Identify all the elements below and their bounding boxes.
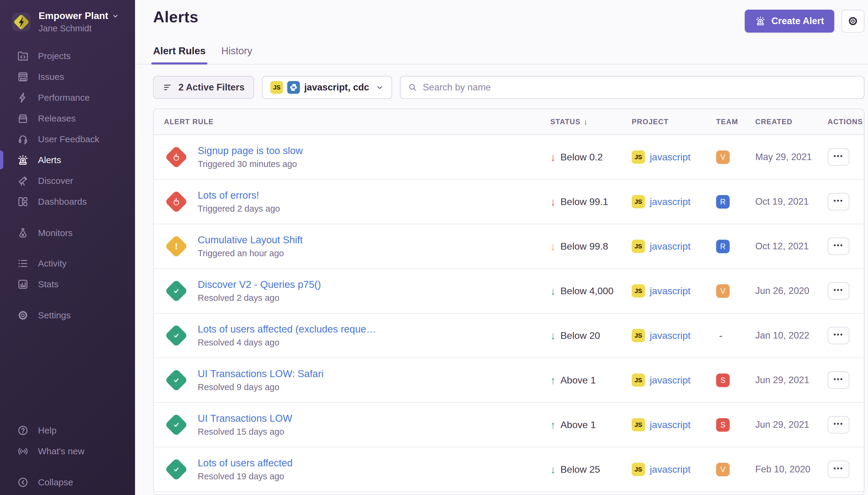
sidebar-item-projects[interactable]: Projects — [0, 46, 135, 66]
alert-rule-link[interactable]: Discover V2 - Queries p75() — [198, 279, 321, 290]
team-cell: V — [706, 150, 745, 164]
monitors-flask-icon — [17, 227, 29, 239]
sidebar-item-whats-new[interactable]: What's new — [0, 441, 135, 462]
project-link[interactable]: javascript — [650, 286, 691, 297]
sidebar-item-issues[interactable]: Issues — [0, 66, 135, 87]
alert-rule-row: UI Transactions LOWResolved 15 days ago↑… — [154, 403, 864, 447]
status-cell: ↑Above 1 — [540, 419, 622, 430]
resolved-status-icon — [165, 279, 188, 302]
row-actions-button[interactable]: ••• — [828, 327, 849, 344]
trend-up-icon: ↑ — [550, 375, 556, 386]
alert-rule-link[interactable]: Signup page is too slow — [198, 145, 303, 156]
row-actions-button[interactable]: ••• — [828, 461, 849, 478]
alert-rule-link[interactable]: Lots of errors! — [198, 190, 280, 201]
javascript-platform-icon: JS — [270, 81, 283, 94]
critical-status-icon — [165, 146, 188, 169]
sidebar-item-stats[interactable]: Stats — [0, 274, 135, 294]
status-cell: ↓Below 20 — [540, 330, 622, 341]
sidebar-item-releases[interactable]: Releases — [0, 108, 135, 129]
user-feedback-icon — [17, 133, 29, 145]
project-link[interactable]: javascript — [650, 152, 691, 163]
alert-rule-subtext: Resolved 9 days ago — [198, 382, 324, 392]
trend-down-icon: ↓ — [550, 464, 556, 475]
team-none: - — [716, 330, 723, 341]
status-cell: ↓Below 0.2 — [540, 152, 622, 163]
project-link[interactable]: javascript — [650, 419, 691, 430]
releases-icon — [17, 113, 29, 124]
javascript-platform-icon: JS — [632, 463, 645, 476]
sidebar-item-alerts[interactable]: Alerts — [0, 150, 135, 170]
flame-icon — [172, 153, 181, 161]
row-actions-button[interactable]: ••• — [828, 282, 849, 300]
team-avatar: V — [716, 463, 730, 476]
sidebar-item-monitors[interactable]: Monitors — [0, 222, 135, 243]
sidebar: Empower Plant Jane Schmidt Projects Issu… — [0, 0, 135, 495]
filter-icon — [163, 82, 173, 92]
critical-status-icon — [165, 190, 188, 213]
status-value: Below 20 — [560, 330, 601, 341]
project-link[interactable]: javascript — [650, 464, 691, 475]
sidebar-item-dashboards[interactable]: Dashboards — [0, 191, 135, 212]
chevron-down-icon — [112, 12, 119, 20]
column-header-status[interactable]: Status↓ — [540, 117, 622, 126]
status-value: Below 99.8 — [560, 241, 608, 252]
javascript-platform-icon: JS — [632, 329, 645, 342]
project-link[interactable]: javascript — [650, 241, 691, 252]
ellipsis-icon: ••• — [833, 331, 843, 339]
sidebar-item-discover[interactable]: Discover — [0, 170, 135, 191]
trend-down-icon: ↓ — [550, 241, 556, 252]
row-actions-button[interactable]: ••• — [828, 416, 849, 433]
row-actions-button[interactable]: ••• — [828, 371, 849, 389]
sidebar-item-help[interactable]: Help — [0, 420, 135, 441]
create-alert-button[interactable]: Create Alert — [745, 10, 834, 33]
chevron-down-icon — [376, 84, 384, 91]
tab-history[interactable]: History — [221, 45, 252, 64]
alert-rule-link[interactable]: Lots of users affected (excludes reque… — [198, 323, 376, 335]
alert-rule-link[interactable]: Cumulative Layout Shift — [198, 234, 303, 246]
javascript-platform-icon: JS — [632, 195, 645, 208]
status-value: Below 4,000 — [560, 286, 614, 297]
org-logo — [12, 12, 31, 32]
alert-rule-subtext: Triggered an hour ago — [198, 249, 303, 258]
sidebar-item-settings[interactable]: Settings — [0, 305, 135, 326]
team-cell: S — [706, 374, 745, 387]
created-date: Oct 19, 2021 — [745, 196, 817, 207]
python-platform-icon — [287, 81, 300, 94]
project-link[interactable]: javascript — [650, 330, 691, 341]
alert-rule-link[interactable]: UI Transactions LOW — [198, 413, 292, 424]
row-actions-button[interactable]: ••• — [828, 238, 849, 255]
project-link[interactable]: javascript — [650, 196, 691, 207]
check-icon — [172, 420, 181, 430]
sidebar-collapse-button[interactable]: Collapse — [0, 472, 135, 493]
sidebar-item-performance[interactable]: Performance — [0, 87, 135, 108]
gear-icon — [847, 15, 859, 27]
user-name: Jane Schmidt — [39, 23, 119, 33]
help-icon — [17, 425, 29, 437]
team-avatar: R — [716, 195, 730, 209]
active-filters-button[interactable]: 2 Active Filters — [153, 76, 254, 99]
alert-rule-link[interactable]: UI Transactions LOW: Safari — [198, 368, 324, 379]
row-actions-button[interactable]: ••• — [828, 193, 849, 210]
tab-alert-rules[interactable]: Alert Rules — [153, 45, 206, 64]
trend-up-icon: ↑ — [550, 420, 556, 430]
team-cell: V — [706, 463, 745, 476]
status-cell: ↓Below 99.8 — [540, 241, 622, 252]
sidebar-item-user-feedback[interactable]: User Feedback — [0, 129, 135, 150]
javascript-platform-icon: JS — [632, 284, 645, 297]
check-icon — [172, 375, 181, 385]
team-cell: S — [706, 418, 745, 432]
alert-rule-subtext: Resolved 4 days ago — [198, 338, 376, 347]
search-box — [400, 76, 864, 99]
project-link[interactable]: javascript — [650, 375, 691, 386]
sidebar-item-activity[interactable]: Activity — [0, 253, 135, 274]
alert-rule-link[interactable]: Lots of users affected — [198, 457, 293, 469]
row-actions-button[interactable]: ••• — [828, 148, 849, 166]
org-switcher[interactable]: Empower Plant Jane Schmidt — [12, 10, 135, 33]
project-filter-dropdown[interactable]: JS javascript, cdc — [262, 76, 392, 99]
search-input[interactable] — [422, 82, 856, 93]
table-header: Alert Rule Status↓ Project Team Created … — [154, 109, 864, 135]
trend-down-icon: ↓ — [550, 197, 556, 207]
team-avatar: V — [716, 150, 730, 164]
org-name: Empower Plant — [39, 10, 108, 21]
alert-settings-button[interactable] — [841, 10, 864, 33]
